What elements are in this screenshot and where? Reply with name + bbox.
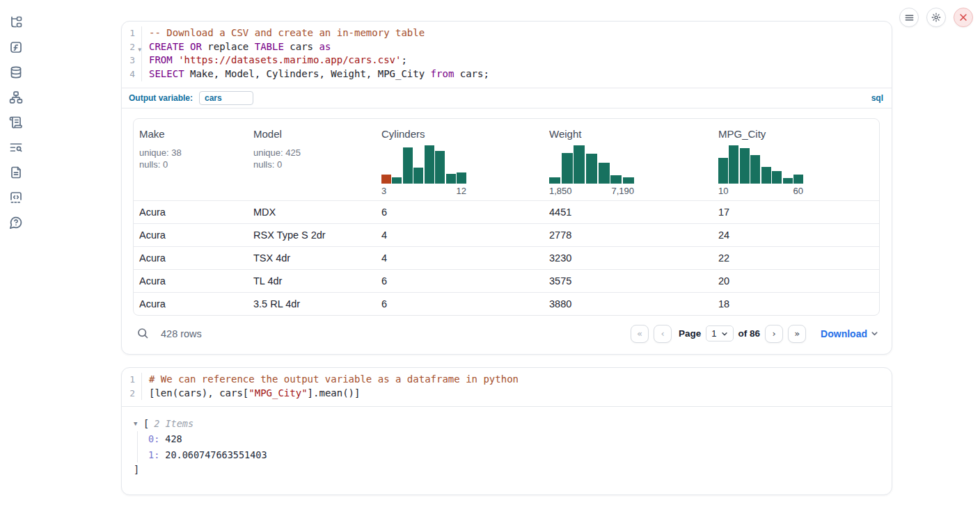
table-cell: 3575 xyxy=(544,275,713,287)
code-text[interactable]: [len(cars), cars["MPG_City"].mean()] xyxy=(142,387,892,401)
tree-entry: 0:428 xyxy=(148,431,880,447)
table-cell: 3880 xyxy=(544,298,713,309)
window-controls xyxy=(899,8,973,27)
settings-button[interactable] xyxy=(926,8,946,27)
sql-code-editor: 1-- Download a CSV and create an in-memo… xyxy=(122,22,892,88)
tree-items: 0:4281:20.060747663551403 xyxy=(137,431,880,462)
line-number: 2▼ xyxy=(122,40,142,54)
column-label[interactable]: Weight xyxy=(549,128,707,140)
file-tree-icon[interactable] xyxy=(9,15,23,29)
table-row[interactable]: Acura3.5 RL 4dr6388018 xyxy=(134,292,879,315)
histogram-bar xyxy=(574,145,585,184)
table-cell: 20 xyxy=(713,275,879,287)
column-header: Cylinders312 xyxy=(376,119,544,200)
histogram-bar xyxy=(562,153,573,184)
line-number: 3 xyxy=(122,54,142,67)
documentation-icon[interactable] xyxy=(9,166,23,179)
menu-button[interactable] xyxy=(899,8,919,27)
last-page-button[interactable]: » xyxy=(788,325,806,343)
table-cell: 2778 xyxy=(544,230,713,241)
page-select[interactable]: 1 xyxy=(706,325,733,341)
datasources-icon[interactable] xyxy=(9,65,23,79)
code-text[interactable]: -- Download a CSV and create an in-memor… xyxy=(142,26,892,40)
column-header: Makeunique: 38nulls: 0 xyxy=(134,119,248,200)
histogram-bar xyxy=(413,168,423,184)
table-header: Makeunique: 38nulls: 0Modelunique: 425nu… xyxy=(134,119,879,200)
page-label: Page xyxy=(679,328,701,339)
row-count: 428 rows xyxy=(161,328,202,339)
histogram-bar xyxy=(403,147,413,184)
table-body: AcuraMDX6445117AcuraRSX Type S 2dr427782… xyxy=(134,200,879,315)
column-label[interactable]: Cylinders xyxy=(381,128,538,140)
table-cell: 24 xyxy=(713,230,879,241)
table-cell: 22 xyxy=(713,252,879,264)
column-stats: unique: 38nulls: 0 xyxy=(139,147,242,170)
sql-output-area: Makeunique: 38nulls: 0Modelunique: 425nu… xyxy=(122,108,892,354)
table-row[interactable]: AcuraTL 4dr6357520 xyxy=(134,269,879,292)
column-label[interactable]: Make xyxy=(139,128,242,140)
table-cell: Acura xyxy=(134,275,248,287)
table-row[interactable]: AcuraTSX 4dr4323022 xyxy=(134,246,879,269)
code-text[interactable]: CREATE OR replace TABLE cars as xyxy=(142,40,892,54)
histogram-bar xyxy=(750,155,760,184)
column-label[interactable]: Model xyxy=(253,128,370,140)
histogram-bar xyxy=(623,177,634,184)
language-badge: sql xyxy=(871,93,885,103)
scratchpad-icon[interactable] xyxy=(9,115,23,129)
logs-search-icon[interactable] xyxy=(9,140,23,154)
result-tree: ▼ [ 2 Items 0:4281:20.060747663551403 ] xyxy=(122,407,892,494)
table-cell: 6 xyxy=(376,298,544,309)
chevron-down-icon xyxy=(721,330,728,337)
table-cell: 4 xyxy=(376,230,544,241)
table-cell: 17 xyxy=(713,207,879,218)
column-histogram xyxy=(718,145,803,184)
code-line: 3FROM 'https://datasets.marimo.app/cars.… xyxy=(122,54,892,67)
tree-open-bracket: [ xyxy=(143,418,149,429)
next-page-button[interactable]: › xyxy=(765,325,783,343)
code-line: 1# We can reference the output variable … xyxy=(122,373,892,387)
variables-icon[interactable] xyxy=(9,40,23,54)
histogram-bar xyxy=(457,172,466,184)
histogram-bar xyxy=(761,167,771,184)
tree-collapse-icon[interactable]: ▼ xyxy=(134,420,143,427)
code-line: 1-- Download a CSV and create an in-memo… xyxy=(122,26,892,40)
table-footer: 428 rows « ‹ Page 1 of 86 › » Download xyxy=(133,322,880,346)
column-histogram xyxy=(549,145,634,184)
prev-page-button[interactable]: ‹ xyxy=(654,325,672,343)
table-row[interactable]: AcuraMDX6445117 xyxy=(134,200,879,223)
code-text[interactable]: FROM 'https://datasets.marimo.app/cars.c… xyxy=(142,54,892,67)
tree-items-count: 2 Items xyxy=(154,418,193,429)
chevron-down-icon xyxy=(871,330,878,337)
column-label[interactable]: MPG_City xyxy=(718,128,874,140)
search-icon[interactable] xyxy=(137,328,150,340)
table-cell: Acura xyxy=(134,207,248,218)
dependency-graph-icon[interactable] xyxy=(9,90,23,104)
histogram-bar xyxy=(729,145,738,184)
notebook: 1-- Download a CSV and create an in-memo… xyxy=(121,21,892,495)
table-cell: Acura xyxy=(134,230,248,241)
shutdown-button[interactable] xyxy=(954,8,973,27)
first-page-button[interactable]: « xyxy=(631,325,649,343)
output-variable-input[interactable] xyxy=(199,91,253,105)
histogram-bar xyxy=(599,163,610,184)
histogram-bar xyxy=(435,151,445,184)
snippets-icon[interactable] xyxy=(9,191,23,204)
tree-entry-key: 0: xyxy=(148,433,159,444)
table-cell: 3.5 RL 4dr xyxy=(248,298,376,309)
code-line: 2▼CREATE OR replace TABLE cars as xyxy=(122,40,892,54)
help-icon[interactable] xyxy=(9,216,23,230)
histogram-bar xyxy=(446,174,456,184)
tree-root-row: ▼ [ 2 Items xyxy=(134,416,880,431)
code-text[interactable]: # We can reference the output variable a… xyxy=(142,373,892,387)
line-number: 4 xyxy=(122,67,142,81)
line-number: 1 xyxy=(122,26,142,40)
page-total-label: of 86 xyxy=(738,328,761,339)
page-select-value: 1 xyxy=(711,328,716,339)
code-text[interactable]: SELECT Make, Model, Cylinders, Weight, M… xyxy=(142,67,892,81)
table-cell: 3230 xyxy=(544,252,713,264)
column-histogram xyxy=(381,145,466,184)
tree-entry-value: 428 xyxy=(165,433,182,444)
download-button[interactable]: Download xyxy=(821,328,878,339)
sidebar xyxy=(0,0,32,230)
table-row[interactable]: AcuraRSX Type S 2dr4277824 xyxy=(134,223,879,246)
